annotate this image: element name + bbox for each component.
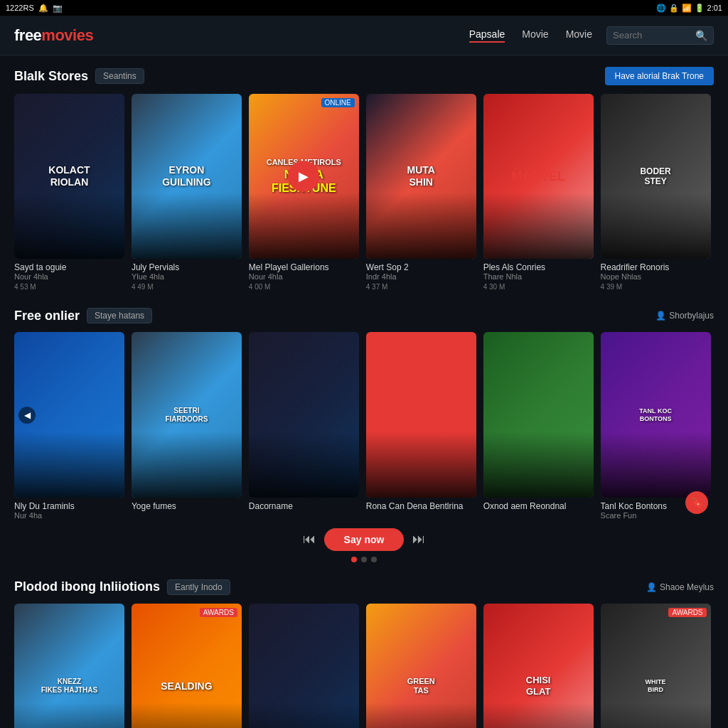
slider-next[interactable]: ⏭: [412, 532, 425, 547]
movie-card-16[interactable]: GREENTAS Prarge Biavl Hortiges Indr 4hla…: [366, 604, 476, 728]
nav-movie-2[interactable]: Movie: [566, 28, 592, 43]
section-free-onlier: Free onlier Staye hatans 👤 Shorbylajus ◀…: [14, 308, 714, 562]
section-title-2: Free onlier: [14, 309, 80, 323]
movie-card-11[interactable]: Oxnod aem Reondnal: [483, 332, 594, 519]
section-action-2[interactable]: 👤 Shorbylajus: [655, 311, 714, 321]
movie-time-2: 4 49 M: [132, 283, 154, 291]
movie-card-10[interactable]: Rona Can Dena Bentlrina: [366, 332, 476, 519]
movie-title-7: Nly Du 1raminls: [14, 501, 124, 511]
section-badge-2[interactable]: Staye hatans: [87, 308, 152, 323]
poster-text-1: KOLACTRIOLAN: [48, 164, 90, 188]
poster-text-6: BODERSTEY: [640, 166, 670, 187]
section-action-3[interactable]: 👤 Shaoe Meylus: [646, 582, 714, 592]
movie-meta-2: 4 49 M: [132, 283, 242, 291]
movie-title-2: July Pervials: [132, 262, 242, 272]
movie-sub-2: Ylue 4hla: [132, 272, 242, 281]
movie-meta-6: 4 39 M: [601, 283, 711, 291]
movie-time-6: 4 39 M: [601, 283, 623, 291]
lock-icon: 🔒: [669, 4, 679, 13]
movie-time-1: 4 53 M: [14, 283, 36, 291]
movie-card-3[interactable]: CANLES METIROLSNCAJA FIESNTUNE ▶ ONLINE …: [249, 94, 359, 291]
search-input[interactable]: [613, 30, 691, 41]
movie-card-14[interactable]: SEALDING AWARDS Rooror Bigolinic Mave No…: [132, 604, 242, 728]
movie-title-3: Mel Playel Gallerions: [249, 262, 359, 272]
globe-icon: 🌐: [656, 4, 666, 13]
nav-papsale[interactable]: Papsale: [469, 28, 505, 43]
section-title-area-2: Free onlier Staye hatans: [14, 308, 152, 323]
movie-title-6: Readrifier Ronoris: [601, 262, 711, 272]
logo-movies: movies: [41, 26, 93, 44]
movie-title-10: Rona Can Dena Bentlrina: [366, 501, 476, 511]
section-plodod: Plodod ibong Inliiotions Eantly Inodo 👤 …: [14, 579, 714, 728]
movie-card-5[interactable]: MARVEL Ples Als Conries Thare Nhla 4 30 …: [483, 94, 594, 291]
status-time: 1222RS: [6, 4, 34, 12]
slider-dots: [14, 557, 714, 562]
search-box[interactable]: 🔍: [606, 26, 714, 45]
movie-card-9[interactable]: Dacorname: [249, 332, 359, 519]
movie-title-8: Yoge fumes: [132, 501, 242, 511]
section-action-label-2: Shorbylajus: [669, 311, 714, 321]
section-blalk-stores: Blalk Stores Seantins Have alorial Brak …: [14, 67, 714, 291]
navbar: freemovies Papsale Movie Movie 🔍: [0, 16, 728, 55]
poster-text-12: TANL KOCBONTONS: [639, 407, 672, 423]
prev-arrow[interactable]: ◀: [18, 407, 36, 424]
search-icon: 🔍: [695, 30, 707, 41]
movie-badge-18: AWARDS: [668, 608, 706, 617]
movie-sub-6: Nope Nhlas: [601, 272, 711, 281]
clock: 2:01: [707, 4, 722, 12]
movie-card-18[interactable]: WHITEBIRD AWARDS Dow Haert Ab Rociee Nou…: [601, 604, 711, 728]
section-title-1: Blalk Stores: [14, 69, 88, 84]
poster-text-2: EYRONGUILNING: [162, 164, 210, 188]
poster-text-8: SEETRIFIARDOORS: [165, 407, 208, 424]
section-row-2: ◀ Nly Du 1raminls Nur 4ha SEETRIFIARDOOR…: [14, 332, 714, 519]
status-left: 1222RS 🔔 📷: [6, 4, 63, 13]
movie-badge-14: AWARDS: [200, 608, 237, 617]
movie-meta-1: 4 53 M: [14, 283, 124, 291]
movie-sub-1: Nour 4hla: [14, 272, 124, 281]
dot-3[interactable]: [371, 557, 377, 562]
movie-grid-1: KOLACTRIOLAN Sayd ta oguie Nour 4hla 4 5…: [14, 94, 714, 291]
movie-card-6[interactable]: BODERSTEY Readrifier Ronoris Nope Nhlas …: [601, 94, 711, 291]
signal-icon: 📶: [682, 4, 692, 13]
movie-card-2[interactable]: EYRONGUILNING July Pervials Ylue 4hla 4 …: [132, 94, 242, 291]
notif-icon: 🔔: [38, 4, 48, 13]
share-icon: 👤: [655, 311, 666, 321]
movie-title-9: Dacorname: [249, 501, 359, 511]
dot-1[interactable]: [351, 557, 357, 562]
slider-prev[interactable]: ⏮: [303, 532, 316, 547]
movie-title-11: Oxnod aem Reondnal: [483, 501, 594, 511]
poster-text-16: GREENTAS: [407, 677, 435, 695]
movie-card-4[interactable]: MUTASHIN Wert Sop 2 Indr 4hla 4 37 M: [366, 94, 476, 291]
section-header-1: Blalk Stores Seantins Have alorial Brak …: [14, 67, 714, 85]
movie-time-4: 4 37 M: [366, 283, 388, 291]
nav-links: Papsale Movie Movie: [469, 28, 592, 43]
movie-sub-4: Indr 4hla: [366, 272, 476, 281]
bookmark-button[interactable]: 🔖: [685, 491, 708, 514]
nav-movie-1[interactable]: Movie: [522, 28, 548, 43]
slider-controls: ⏮ Say now ⏭: [14, 528, 714, 551]
play-button-3[interactable]: ▶: [288, 161, 319, 192]
poster-text-17: CHISIGLAT: [526, 675, 551, 697]
section-badge-1[interactable]: Seantins: [95, 68, 144, 84]
movie-card-15[interactable]: Peggy Moines Nour 4hla 4 38 M ♥ 10: [249, 604, 359, 728]
share-icon-3: 👤: [646, 582, 657, 592]
movie-card-13[interactable]: KNEZZFIKES HAJTHAS Maoru Fikes Hajthas N…: [14, 604, 124, 728]
logo[interactable]: freemovies: [14, 26, 93, 45]
movie-meta-3: 4 00 M: [249, 283, 359, 291]
movie-card-1[interactable]: KOLACTRIOLAN Sayd ta oguie Nour 4hla 4 5…: [14, 94, 124, 291]
section-title-3: Plodod ibong Inliiotions: [14, 579, 160, 594]
movie-card-8[interactable]: SEETRIFIARDOORS Yoge fumes: [132, 332, 242, 519]
status-right: 🌐 🔒 📶 🔋 2:01: [656, 4, 722, 13]
section-action-1[interactable]: Have alorial Brak Trone: [605, 67, 714, 85]
status-bar: 1222RS 🔔 📷 🌐 🔒 📶 🔋 2:01: [0, 0, 728, 16]
movie-badge-3: ONLINE: [321, 98, 355, 107]
movie-card-7[interactable]: ◀ Nly Du 1raminls Nur 4ha: [14, 332, 124, 519]
movie-card-17[interactable]: CHISIGLAT Srighers art Candines Chirl Nh…: [483, 604, 594, 728]
movie-title-5: Ples Als Conries: [483, 262, 594, 272]
movie-sub-5: Thare Nhla: [483, 272, 594, 281]
dot-2[interactable]: [361, 557, 367, 562]
movie-meta-5: 4 30 M: [483, 283, 594, 291]
slider-cta[interactable]: Say now: [324, 528, 405, 551]
section-header-3: Plodod ibong Inliiotions Eantly Inodo 👤 …: [14, 579, 714, 595]
section-badge-3[interactable]: Eantly Inodo: [167, 579, 230, 595]
